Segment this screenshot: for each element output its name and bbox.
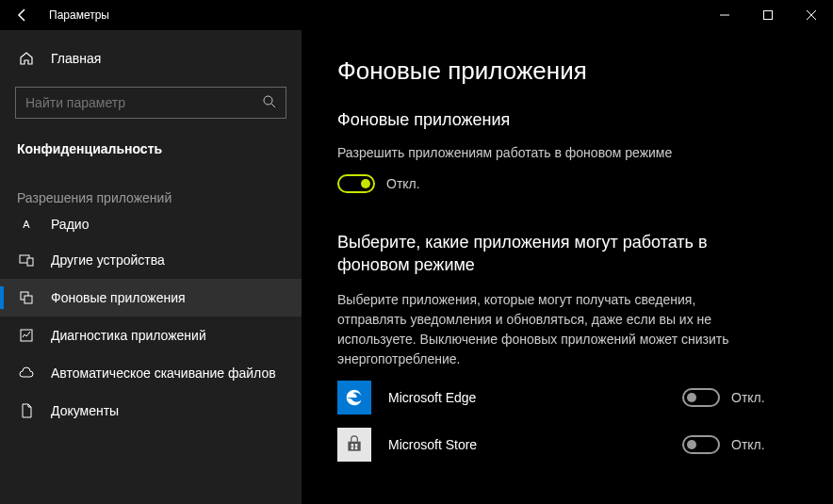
section2-title: Выберите, какие приложения могут работат… [337,231,771,277]
arrow-left-icon [15,8,30,23]
sidebar-item-background-apps[interactable]: Фоновые приложения [0,279,302,317]
app-name: Microsoft Edge [388,390,682,405]
svg-rect-0 [764,11,773,20]
master-toggle[interactable] [337,174,375,193]
app-toggle-edge[interactable] [682,388,720,407]
search-icon [262,94,277,112]
svg-rect-7 [351,444,354,447]
category-label: Конфиденциальность [0,136,302,166]
content: Фоновые приложения Фоновые приложения Ра… [302,30,833,504]
section1-title: Фоновые приложения [337,110,795,130]
sidebar-item-other-devices[interactable]: Другие устройства [0,241,302,279]
home-icon [17,51,36,66]
store-icon [337,428,371,462]
cloud-icon [17,366,36,381]
svg-rect-9 [351,447,354,449]
svg-rect-3 [27,258,33,266]
close-icon [807,10,816,20]
home-label: Главная [51,51,101,66]
section1-description: Разрешить приложениям работать в фоновом… [337,143,733,163]
section2-description: Выберите приложения, которые могут получ… [337,290,733,369]
devices-icon [17,252,36,268]
sidebar-item-label: Автоматическое скачивание файлов [51,366,276,381]
titlebar: Параметры [0,0,833,30]
svg-point-1 [264,96,272,105]
sidebar-item-label: Фоновые приложения [51,290,186,305]
sidebar-item-label: Радио [51,217,89,232]
sidebar-item-label: Диагностика приложений [51,328,206,343]
app-toggle-state: Откл. [731,437,765,452]
search-input[interactable] [15,87,286,119]
app-toggle-store[interactable] [682,435,720,454]
document-icon [17,403,36,418]
page-title: Фоновые приложения [337,57,795,86]
app-toggle-state: Откл. [731,390,765,405]
app-row-edge: Microsoft Edge Откл. [337,381,795,415]
minimize-icon [720,10,729,20]
svg-rect-10 [355,447,358,449]
background-apps-icon [17,290,36,305]
sidebar-item-app-diagnostics[interactable]: Диагностика приложений [0,317,302,354]
svg-rect-5 [24,296,32,303]
app-row-store: Microsoft Store Откл. [337,428,795,462]
back-button[interactable] [8,0,38,30]
minimize-button[interactable] [703,0,746,30]
diagnostics-icon [17,328,36,343]
home-button[interactable]: Главная [0,41,302,75]
sidebar-item-radio[interactable]: А Радио [0,213,302,241]
window-controls [703,0,833,30]
maximize-icon [763,10,773,20]
sidebar-item-documents[interactable]: Документы [0,392,302,430]
sidebar-item-label: Другие устройства [51,252,165,268]
close-button[interactable] [790,0,833,30]
sidebar-item-label: Документы [51,403,119,418]
sidebar-item-auto-downloads[interactable]: Автоматическое скачивание файлов [0,354,302,392]
subheader: Разрешения приложений [0,166,302,213]
maximize-button[interactable] [746,0,790,30]
radio-icon: А [17,219,36,230]
master-toggle-state: Откл. [386,176,420,191]
window-title: Параметры [49,8,109,22]
svg-rect-8 [355,444,358,447]
app-name: Microsoft Store [388,437,682,452]
svg-rect-6 [21,330,32,341]
edge-icon [337,381,371,415]
sidebar: Главная Конфиденциальность Разрешения пр… [0,30,302,504]
